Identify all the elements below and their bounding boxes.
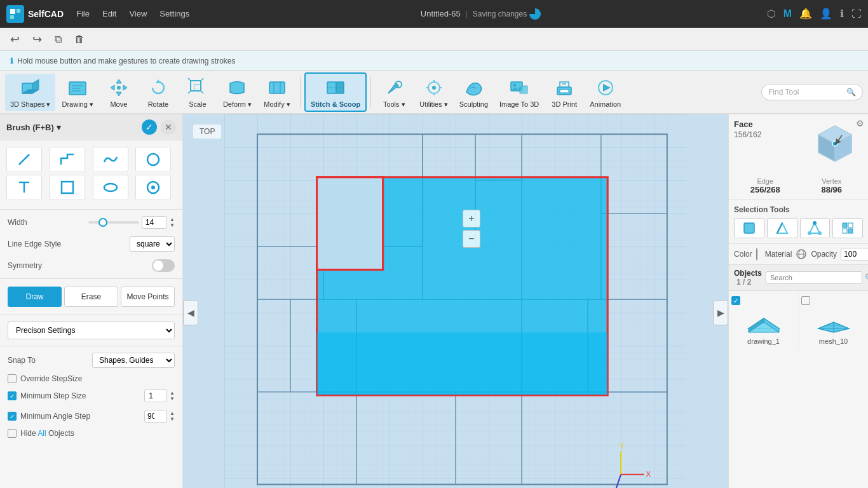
width-up[interactable]: ▲ bbox=[170, 217, 175, 222]
min-angle-up[interactable]: ▲ bbox=[170, 410, 175, 416]
min-step-input[interactable] bbox=[144, 390, 167, 402]
width-down[interactable]: ▼ bbox=[170, 222, 175, 228]
snap-to-row: Snap To Shapes, Guides Grid None bbox=[0, 349, 182, 372]
object-search-area: 🔍 bbox=[766, 271, 868, 284]
tool-sculpting-label: Sculpting bbox=[459, 100, 488, 108]
svg-rect-0 bbox=[10, 9, 15, 14]
user-icon[interactable]: 👤 bbox=[820, 8, 832, 20]
tool-tools-label: Tools ▾ bbox=[383, 100, 405, 109]
vertex-select-button[interactable] bbox=[800, 218, 831, 238]
object-search-input[interactable] bbox=[766, 271, 862, 284]
face-select-button[interactable] bbox=[734, 218, 764, 238]
tool-sculpting[interactable]: Sculpting bbox=[454, 74, 493, 111]
brush-t-button[interactable] bbox=[6, 175, 42, 200]
snap-to-select[interactable]: Shapes, Guides Grid None bbox=[92, 353, 175, 368]
min-angle-row: ✓ Minimum Angle Step ▲ ▼ bbox=[0, 406, 182, 426]
bell-icon[interactable]: 🔔 bbox=[799, 8, 812, 20]
symmetry-toggle[interactable] bbox=[152, 259, 175, 272]
panel-confirm-button[interactable]: ✓ bbox=[142, 119, 157, 135]
title-area: Untitled-65 | Saving changes bbox=[202, 8, 759, 20]
tool-rotate[interactable]: Rotate bbox=[139, 74, 177, 111]
hide-all-row: Hide All Objects bbox=[0, 426, 182, 440]
move-points-button[interactable]: Move Points bbox=[121, 287, 175, 307]
settings-menu[interactable]: Settings bbox=[154, 6, 194, 21]
min-step-checkbox[interactable]: ✓ bbox=[8, 391, 17, 400]
info-grid: Edge 256/268 Vertex 88/96 bbox=[734, 177, 863, 194]
brush-wave-button[interactable] bbox=[93, 147, 128, 172]
grid-select-button[interactable] bbox=[832, 218, 863, 238]
tool-animation-label: Animation bbox=[590, 100, 621, 108]
tool-image-to-3d[interactable]: Image To 3D bbox=[494, 74, 544, 111]
edit-menu[interactable]: Edit bbox=[97, 6, 121, 21]
tool-modify[interactable]: Modify ▾ bbox=[258, 74, 296, 111]
tool-tools[interactable]: Tools ▾ bbox=[375, 74, 413, 111]
m-icon[interactable]: M bbox=[783, 8, 792, 20]
canvas-area[interactable]: X Y TOP ◀ ▶ + − bbox=[183, 114, 728, 488]
object-search-icon[interactable]: 🔍 bbox=[865, 273, 868, 282]
min-angle-down[interactable]: ▼ bbox=[170, 416, 175, 422]
width-input[interactable] bbox=[142, 216, 167, 229]
erase-button[interactable]: Erase bbox=[64, 287, 118, 307]
svg-line-21 bbox=[201, 91, 203, 93]
hide-all-checkbox[interactable] bbox=[8, 429, 17, 438]
brush-step-button[interactable] bbox=[50, 147, 85, 172]
right-panel-gear-icon[interactable]: ⚙ bbox=[856, 118, 864, 128]
brush-circle-button[interactable] bbox=[135, 147, 171, 172]
draw-button[interactable]: Draw bbox=[8, 287, 62, 307]
object-item-drawing1[interactable]: ✓ drawing_1 bbox=[729, 291, 799, 350]
tool-deform[interactable]: Deform ▾ bbox=[218, 74, 257, 111]
zoom-in-button[interactable]: + bbox=[463, 210, 480, 227]
line-edge-select[interactable]: square round flat bbox=[130, 236, 175, 252]
tool-animation[interactable]: Animation bbox=[585, 74, 626, 111]
tool-stitch-scoop[interactable]: Stitch & Scoop bbox=[304, 72, 367, 112]
undo-redo-bar: ↩ ↪ ⧉ 🗑 bbox=[0, 28, 868, 51]
tool-3d-print[interactable]: 3D Print bbox=[545, 74, 583, 111]
view-label: TOP bbox=[193, 125, 221, 139]
override-stepsize-checkbox[interactable] bbox=[8, 374, 17, 383]
panel-dropdown-icon[interactable]: ▾ bbox=[57, 123, 61, 132]
brush-dotcircle-button[interactable] bbox=[135, 175, 171, 200]
share-icon[interactable]: ⬡ bbox=[767, 8, 776, 20]
edge-select-button[interactable] bbox=[767, 218, 797, 238]
info-icon[interactable]: ℹ bbox=[840, 8, 844, 20]
view-menu[interactable]: View bbox=[124, 6, 152, 21]
file-menu[interactable]: File bbox=[71, 6, 95, 21]
logo-icon bbox=[6, 5, 24, 23]
opacity-label: Opacity bbox=[811, 250, 837, 259]
color-swatch[interactable] bbox=[756, 248, 757, 261]
min-step-up[interactable]: ▲ bbox=[170, 390, 175, 396]
svg-rect-75 bbox=[317, 177, 383, 270]
app-logo[interactable]: SelfCAD bbox=[6, 5, 64, 23]
copy-button[interactable]: ⧉ bbox=[51, 32, 65, 46]
find-tool-container[interactable]: Find Tool 🔍 bbox=[761, 84, 863, 100]
svg-rect-2 bbox=[10, 15, 14, 19]
undo-button[interactable]: ↩ bbox=[6, 31, 24, 48]
fullscreen-icon[interactable]: ⛶ bbox=[851, 8, 862, 20]
tool-move[interactable]: Move bbox=[100, 74, 138, 111]
panel-cancel-button[interactable]: ✕ bbox=[161, 119, 176, 135]
opacity-input[interactable] bbox=[841, 248, 868, 261]
canvas-nav-right[interactable]: ▶ bbox=[713, 300, 728, 325]
zoom-out-button[interactable]: − bbox=[463, 230, 480, 248]
tool-drawing[interactable]: Drawing ▾ bbox=[57, 74, 98, 111]
find-tool-text: Find Tool bbox=[768, 88, 799, 97]
drawing1-checkbox[interactable]: ✓ bbox=[731, 296, 740, 305]
delete-button[interactable]: 🗑 bbox=[71, 32, 88, 46]
material-icon[interactable] bbox=[796, 248, 807, 261]
min-step-down[interactable]: ▼ bbox=[170, 396, 175, 402]
precision-settings-select[interactable]: Precison Settings bbox=[8, 322, 175, 339]
tool-utilities[interactable]: Utilities ▾ bbox=[414, 74, 453, 111]
canvas-nav-left[interactable]: ◀ bbox=[183, 300, 198, 325]
tool-3d-shapes[interactable]: 3D Shapes ▾ bbox=[5, 74, 55, 111]
min-angle-input[interactable] bbox=[144, 410, 167, 423]
min-angle-checkbox[interactable]: ✓ bbox=[8, 412, 17, 421]
svg-point-52 bbox=[151, 186, 155, 189]
redo-button[interactable]: ↪ bbox=[29, 31, 46, 48]
object-item-mesh10[interactable]: mesh_10 bbox=[799, 291, 868, 350]
tool-scale[interactable]: Scale bbox=[179, 74, 217, 111]
brush-oval-button[interactable] bbox=[93, 175, 128, 200]
brush-square-button[interactable] bbox=[50, 175, 85, 200]
brush-pen-button[interactable] bbox=[6, 147, 42, 172]
mesh10-checkbox[interactable] bbox=[801, 296, 810, 305]
width-slider[interactable] bbox=[88, 221, 139, 224]
